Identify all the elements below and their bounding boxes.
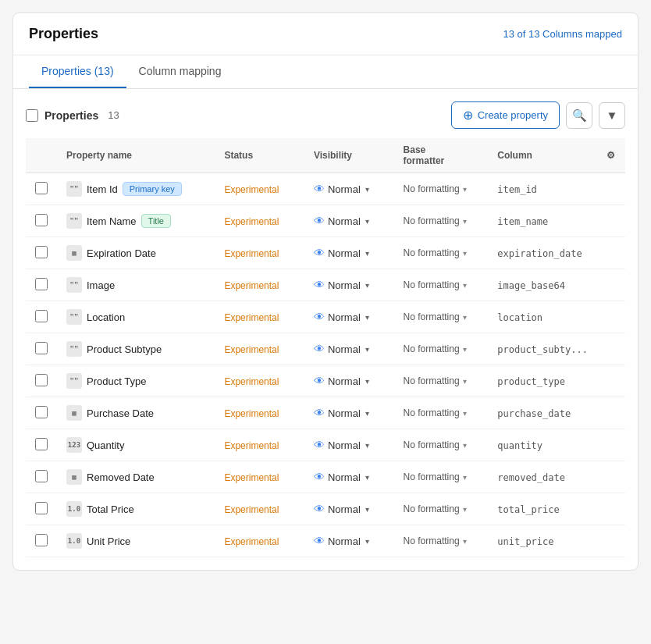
status-cell: Experimental	[215, 173, 304, 205]
formatter-text: No formatting	[404, 471, 460, 482]
row-checkbox[interactable]	[35, 246, 48, 258]
eye-icon: 👁	[314, 439, 325, 451]
formatter-cell[interactable]: No formatting ▾	[394, 301, 489, 333]
row-checkbox[interactable]	[35, 182, 48, 194]
formatter-cell[interactable]: No formatting ▾	[394, 205, 489, 237]
formatter-cell[interactable]: No formatting ▾	[394, 461, 489, 493]
column-value: expiration_date	[497, 248, 582, 259]
visibility-cell[interactable]: 👁 Normal ▾	[304, 397, 394, 429]
property-name-text: Product Subtype	[87, 343, 162, 355]
formatter-cell[interactable]: No formatting ▾	[394, 429, 489, 461]
tab-column-mapping[interactable]: Column mapping	[126, 55, 234, 88]
visibility-cell[interactable]: 👁 Normal ▾	[304, 525, 394, 557]
row-checkbox[interactable]	[35, 342, 48, 354]
property-name-text: Item Name	[87, 215, 137, 227]
type-icon: ▦	[66, 405, 82, 421]
status-cell: Experimental	[215, 333, 304, 365]
status-badge: Experimental	[224, 344, 279, 355]
toolbar: Properties 13 ⊕ Create property 🔍 ▼	[26, 101, 625, 129]
row-checkbox-cell	[26, 173, 57, 205]
formatter-cell[interactable]: No formatting ▾	[394, 333, 489, 365]
formatter-cell[interactable]: No formatting ▾	[394, 269, 489, 301]
status-badge: Experimental	[224, 280, 279, 291]
row-checkbox[interactable]	[35, 502, 48, 514]
visibility-caret: ▾	[365, 313, 369, 322]
row-checkbox[interactable]	[35, 406, 48, 418]
formatter-cell[interactable]: No formatting ▾	[394, 525, 489, 557]
settings-icon[interactable]: ⚙	[607, 150, 615, 161]
row-checkbox[interactable]	[35, 310, 48, 322]
column-value: image_base64	[497, 280, 565, 291]
filter-button[interactable]: ▼	[599, 102, 625, 129]
row-checkbox[interactable]	[35, 534, 48, 546]
eye-icon: 👁	[314, 183, 325, 195]
visibility-cell[interactable]: 👁 Normal ▾	[304, 493, 394, 525]
visibility-caret: ▾	[365, 505, 369, 514]
property-name-cell: 123 Quantity	[57, 429, 215, 461]
count-badge: 13	[108, 109, 119, 121]
formatter-cell[interactable]: No formatting ▾	[394, 493, 489, 525]
type-icon: ""	[66, 373, 82, 389]
formatter-caret: ▾	[463, 537, 467, 546]
table-row: 1.0 Total Price Experimental 👁 Normal ▾ …	[26, 493, 625, 525]
row-checkbox-cell	[26, 525, 57, 557]
row-checkbox[interactable]	[35, 438, 48, 450]
row-checkbox-cell	[26, 429, 57, 461]
type-icon: ""	[66, 309, 82, 325]
column-cell: location	[488, 301, 597, 333]
visibility-cell[interactable]: 👁 Normal ▾	[304, 237, 394, 269]
visibility-cell[interactable]: 👁 Normal ▾	[304, 365, 394, 397]
formatter-caret: ▾	[463, 409, 467, 418]
visibility-text: Normal	[328, 375, 361, 387]
visibility-cell[interactable]: 👁 Normal ▾	[304, 173, 394, 205]
search-button[interactable]: 🔍	[566, 102, 592, 129]
status-badge: Experimental	[224, 504, 279, 515]
status-cell: Experimental	[215, 397, 304, 429]
row-checkbox[interactable]	[35, 278, 48, 290]
visibility-cell[interactable]: 👁 Normal ▾	[304, 429, 394, 461]
properties-label: Properties	[44, 109, 98, 122]
visibility-caret: ▾	[365, 217, 369, 226]
table-row: "" Location Experimental 👁 Normal ▾ No f…	[26, 301, 625, 333]
type-icon: 1.0	[66, 533, 82, 549]
property-name-text: Product Type	[87, 375, 146, 387]
formatter-cell[interactable]: No formatting ▾	[394, 397, 489, 429]
visibility-cell[interactable]: 👁 Normal ▾	[304, 461, 394, 493]
property-name-cell: ▦ Removed Date	[57, 461, 215, 493]
eye-icon: 👁	[314, 503, 325, 515]
row-checkbox-cell	[26, 365, 57, 397]
formatter-text: No formatting	[404, 375, 460, 386]
row-checkbox-cell	[26, 333, 57, 365]
eye-icon: 👁	[314, 311, 325, 323]
formatter-text: No formatting	[404, 407, 460, 418]
visibility-cell[interactable]: 👁 Normal ▾	[304, 205, 394, 237]
create-property-button[interactable]: ⊕ Create property	[451, 101, 560, 129]
row-checkbox[interactable]	[35, 470, 48, 482]
tab-properties[interactable]: Properties (13)	[29, 55, 126, 88]
formatter-text: No formatting	[404, 439, 460, 450]
status-cell: Experimental	[215, 365, 304, 397]
property-name-text: Purchase Date	[87, 407, 154, 419]
formatter-cell[interactable]: No formatting ▾	[394, 173, 489, 205]
column-value: quantity	[497, 440, 542, 451]
page-title: Properties	[29, 26, 98, 42]
row-checkbox[interactable]	[35, 374, 48, 386]
row-checkbox-cell	[26, 269, 57, 301]
visibility-cell[interactable]: 👁 Normal ▾	[304, 301, 394, 333]
formatter-cell[interactable]: No formatting ▾	[394, 237, 489, 269]
property-name-cell: 1.0 Unit Price	[57, 525, 215, 557]
row-settings-cell	[597, 205, 625, 237]
row-settings-cell	[597, 301, 625, 333]
visibility-text: Normal	[328, 215, 361, 227]
visibility-text: Normal	[328, 279, 361, 291]
row-checkbox[interactable]	[35, 214, 48, 226]
status-cell: Experimental	[215, 525, 304, 557]
visibility-cell[interactable]: 👁 Normal ▾	[304, 333, 394, 365]
select-all-checkbox[interactable]	[26, 109, 38, 122]
formatter-caret: ▾	[463, 377, 467, 386]
visibility-cell[interactable]: 👁 Normal ▾	[304, 269, 394, 301]
formatter-cell[interactable]: No formatting ▾	[394, 365, 489, 397]
property-name-cell: ▦ Expiration Date	[57, 237, 215, 269]
column-value: total_price	[497, 504, 559, 515]
eye-icon: 👁	[314, 247, 325, 259]
